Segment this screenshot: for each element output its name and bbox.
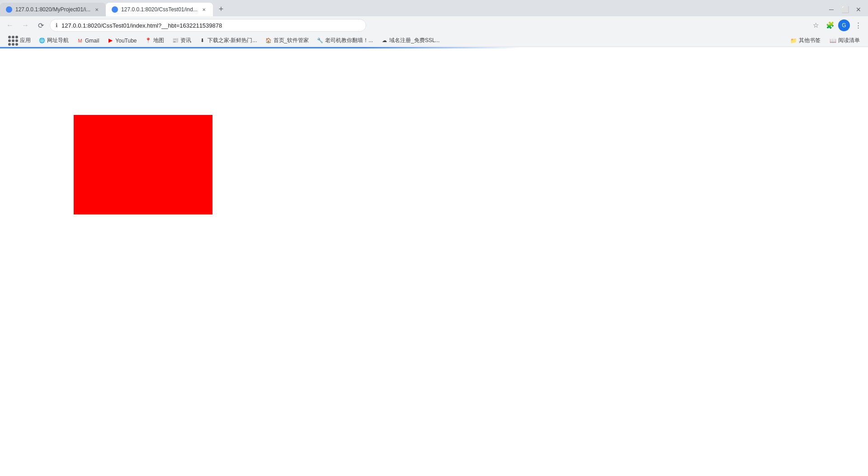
tab-title-1: 127.0.0.1:8020/MyProject01/i... xyxy=(15,6,90,13)
loading-bar xyxy=(0,47,521,48)
bookmark-label-domain: 域名注册_免费SSL... xyxy=(389,37,439,44)
bookmark-maps[interactable]: 📍 地图 xyxy=(142,35,168,46)
address-bar[interactable]: ℹ 127.0.0.1:8020/CssTest01/index.html?__… xyxy=(50,19,366,32)
address-text: 127.0.0.1:8020/CssTest01/index.html?__hb… xyxy=(61,22,360,29)
toolbar-actions: ☆ 🧩 G ⋮ xyxy=(809,19,864,32)
bookmark-favicon-gmail: M xyxy=(77,38,83,44)
apps-grid-button[interactable]: 应用 xyxy=(5,34,34,47)
address-bar-row: ← → ⟳ ℹ 127.0.0.1:8020/CssTest01/index.h… xyxy=(0,16,868,34)
bookmark-label-maps: 地图 xyxy=(153,37,164,44)
bookmark-favicon-download: ⬇ xyxy=(199,38,206,44)
bookmark-domain[interactable]: ☁ 域名注册_免费SSL... xyxy=(377,35,443,46)
bookmark-laoji[interactable]: 🔧 老司机教你翻墙！... xyxy=(313,35,377,46)
bookmark-label-software: 首页_软件管家 xyxy=(274,37,309,44)
bookmark-nav[interactable]: 🌐 网址导航 xyxy=(35,35,72,46)
bookmarks-bar: 应用 🌐 网址导航 M Gmail ▶ YouTube 📍 地图 📰 资讯 ⬇ … xyxy=(0,34,868,47)
bookmark-favicon-news: 📰 xyxy=(172,38,179,44)
tab-close-1[interactable]: ✕ xyxy=(93,6,100,13)
new-tab-button[interactable]: + xyxy=(215,3,227,15)
bookmark-youtube[interactable]: ▶ YouTube xyxy=(104,36,140,45)
bookmark-gmail[interactable]: M Gmail xyxy=(73,36,103,45)
bookmark-label-gmail: Gmail xyxy=(85,38,99,44)
close-button[interactable]: ✕ xyxy=(853,4,864,15)
bookmark-news[interactable]: 📰 资讯 xyxy=(169,35,195,46)
tab-bar: 127.0.0.1:8020/MyProject01/i... ✕ 127.0.… xyxy=(0,0,868,16)
profile-button[interactable]: G xyxy=(838,19,850,31)
tab-title-2: 127.0.0.1:8020/CssTest01/ind... xyxy=(121,6,198,13)
bookmark-favicon-nav: 🌐 xyxy=(39,38,45,44)
maximize-button[interactable]: ⬜ xyxy=(839,4,851,15)
forward-button[interactable]: → xyxy=(19,19,32,32)
browser-chrome: 127.0.0.1:8020/MyProject01/i... ✕ 127.0.… xyxy=(0,0,868,47)
reading-list-icon: 📖 xyxy=(830,38,836,44)
reading-list-folder[interactable]: 📖 阅读清单 xyxy=(826,35,863,46)
security-icon: ℹ xyxy=(56,22,58,29)
bookmark-favicon-youtube: ▶ xyxy=(107,38,113,44)
back-button[interactable]: ← xyxy=(4,19,16,32)
reading-list-label: 阅读清单 xyxy=(838,37,860,44)
bookmark-download[interactable]: ⬇ 下载之家-新鲜热门... xyxy=(196,35,261,46)
tab-inactive[interactable]: 127.0.0.1:8020/MyProject01/i... ✕ xyxy=(0,3,106,16)
red-box xyxy=(74,115,212,214)
bookmarks-right-area: 📁 其他书签 📖 阅读清单 xyxy=(787,35,863,46)
bookmark-favicon-laoji: 🔧 xyxy=(317,38,323,44)
menu-button[interactable]: ⋮ xyxy=(852,19,864,32)
bookmark-label-laoji: 老司机教你翻墙！... xyxy=(325,37,373,44)
bookmark-star-button[interactable]: ☆ xyxy=(809,19,822,32)
bookmark-label-nav: 网址导航 xyxy=(47,37,69,44)
bookmark-favicon-domain: ☁ xyxy=(381,38,387,44)
tab-favicon-2 xyxy=(111,6,118,13)
apps-label: 应用 xyxy=(20,37,31,44)
tab-close-2[interactable]: ✕ xyxy=(200,6,208,13)
page-content xyxy=(0,47,868,476)
folder-icon: 📁 xyxy=(790,38,797,44)
tab-active[interactable]: 127.0.0.1:8020/CssTest01/ind... ✕ xyxy=(106,3,213,16)
extensions-button[interactable]: 🧩 xyxy=(824,19,836,32)
other-bookmarks-folder[interactable]: 📁 其他书签 xyxy=(787,35,824,46)
reload-button[interactable]: ⟳ xyxy=(34,19,47,32)
minimize-button[interactable]: ─ xyxy=(826,4,837,15)
bookmark-favicon-software: 🏠 xyxy=(265,38,272,44)
bookmark-label-download: 下载之家-新鲜热门... xyxy=(208,37,257,44)
bookmark-favicon-maps: 📍 xyxy=(145,38,151,44)
tab-favicon-1 xyxy=(5,6,13,13)
other-bookmarks-label: 其他书签 xyxy=(799,37,821,44)
window-controls-area: ─ ⬜ ✕ xyxy=(227,4,868,16)
bookmark-software[interactable]: 🏠 首页_软件管家 xyxy=(262,35,313,46)
bookmark-label-news: 资讯 xyxy=(180,37,191,44)
bookmark-label-youtube: YouTube xyxy=(115,38,137,44)
